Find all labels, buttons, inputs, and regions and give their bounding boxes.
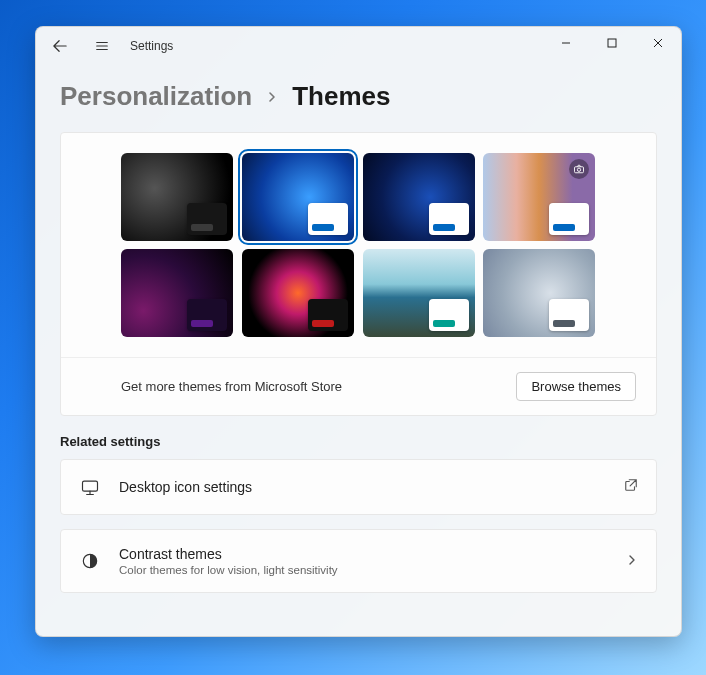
theme-swatch	[549, 203, 589, 235]
theme-swatch	[308, 203, 348, 235]
theme-thumb-0[interactable]	[121, 153, 233, 241]
related-settings-heading: Related settings	[60, 434, 657, 449]
theme-accent	[312, 224, 334, 231]
titlebar: Settings	[36, 27, 681, 65]
theme-thumb-6[interactable]	[363, 249, 475, 337]
window-title: Settings	[130, 39, 173, 53]
desktop-icon-settings-row[interactable]: Desktop icon settings	[60, 459, 657, 515]
open-external-icon	[624, 478, 638, 496]
breadcrumb: Personalization Themes	[60, 81, 657, 112]
theme-swatch	[187, 299, 227, 331]
row-title: Contrast themes	[119, 546, 608, 562]
svg-point-2	[578, 168, 581, 171]
hamburger-icon	[95, 39, 109, 53]
chevron-right-icon	[266, 91, 278, 103]
nav-menu-button[interactable]	[84, 28, 120, 64]
maximize-icon	[607, 38, 617, 48]
theme-accent	[553, 224, 575, 231]
back-button[interactable]	[42, 28, 78, 64]
theme-thumb-4[interactable]	[121, 249, 233, 337]
store-row: Get more themes from Microsoft Store Bro…	[61, 357, 656, 415]
theme-accent	[191, 320, 213, 327]
svg-rect-0	[608, 39, 616, 47]
camera-icon	[569, 159, 589, 179]
theme-swatch	[187, 203, 227, 235]
theme-accent	[553, 320, 575, 327]
breadcrumb-current: Themes	[292, 81, 390, 112]
theme-accent	[191, 224, 213, 231]
themes-card: Get more themes from Microsoft Store Bro…	[60, 132, 657, 416]
theme-thumb-1[interactable]	[242, 153, 354, 241]
theme-thumb-5[interactable]	[242, 249, 354, 337]
theme-swatch	[429, 203, 469, 235]
store-label: Get more themes from Microsoft Store	[121, 379, 342, 394]
monitor-icon	[79, 476, 101, 498]
minimize-button[interactable]	[543, 27, 589, 59]
minimize-icon	[561, 38, 571, 48]
contrast-icon	[79, 550, 101, 572]
theme-swatch	[429, 299, 469, 331]
theme-accent	[433, 224, 455, 231]
theme-accent	[433, 320, 455, 327]
theme-swatch	[308, 299, 348, 331]
theme-accent	[312, 320, 334, 327]
theme-swatch	[549, 299, 589, 331]
chevron-right-icon	[626, 552, 638, 570]
theme-thumb-2[interactable]	[363, 153, 475, 241]
svg-rect-3	[83, 481, 98, 491]
window-controls	[543, 27, 681, 59]
browse-themes-button[interactable]: Browse themes	[516, 372, 636, 401]
back-arrow-icon	[53, 39, 67, 53]
close-icon	[653, 38, 663, 48]
close-button[interactable]	[635, 27, 681, 59]
row-title: Desktop icon settings	[119, 479, 606, 495]
row-subtitle: Color themes for low vision, light sensi…	[119, 564, 608, 576]
theme-grid	[61, 133, 656, 357]
contrast-themes-row[interactable]: Contrast themes Color themes for low vis…	[60, 529, 657, 593]
theme-thumb-7[interactable]	[483, 249, 595, 337]
theme-thumb-3[interactable]	[483, 153, 595, 241]
content-scroll[interactable]: Personalization Themes Get more themes f…	[36, 65, 681, 636]
settings-window: Settings Personalization Themes Get mor	[35, 26, 682, 637]
maximize-button[interactable]	[589, 27, 635, 59]
breadcrumb-parent[interactable]: Personalization	[60, 81, 252, 112]
svg-rect-1	[575, 167, 584, 173]
